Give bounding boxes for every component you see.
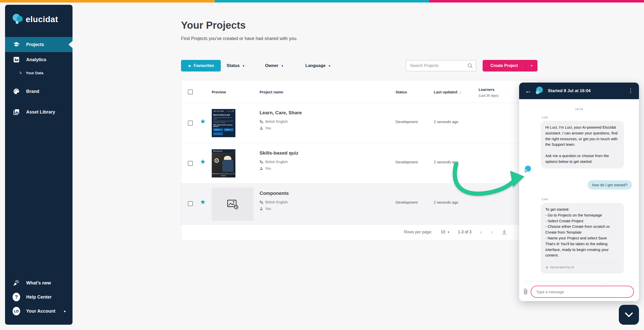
help-icon: ? bbox=[13, 293, 20, 301]
column-status: Status bbox=[396, 90, 407, 94]
chat-message-input[interactable] bbox=[531, 286, 634, 298]
project-name[interactable]: Skills-based quiz bbox=[260, 150, 298, 156]
gear-graphic: ⚙ bbox=[214, 157, 220, 165]
brand-stripe bbox=[0, 0, 644, 3]
analytics-icon bbox=[13, 57, 20, 63]
language-filter-dropdown[interactable]: Language ▾ bbox=[305, 60, 330, 71]
sidebar-item-label: Projects bbox=[26, 42, 44, 47]
create-project-button[interactable]: Create Project ▾ bbox=[483, 60, 538, 71]
column-preview: Preview bbox=[212, 90, 226, 94]
caret-down-icon: ▾ bbox=[243, 64, 244, 68]
row-checkbox[interactable] bbox=[188, 161, 193, 166]
sort-desc-icon: ↓ bbox=[459, 90, 461, 94]
project-language: British English bbox=[265, 200, 288, 204]
project-status: Development bbox=[396, 200, 418, 204]
favourite-star-icon[interactable]: ★ bbox=[200, 198, 206, 206]
rows-per-page-select[interactable]: 10 ▾ bbox=[441, 230, 449, 234]
column-learners: Learners (Last 30 days) bbox=[479, 87, 498, 98]
caret-down-icon: ▾ bbox=[448, 230, 449, 234]
projects-table: Preview Project name Status Last updated… bbox=[181, 80, 538, 241]
project-owner: You bbox=[265, 166, 271, 170]
sender-label: Luci bbox=[542, 197, 548, 201]
owner-icon bbox=[260, 126, 263, 130]
sidebar-item-analytics[interactable]: Analytics bbox=[5, 52, 73, 67]
project-preview-placeholder bbox=[212, 188, 254, 221]
logo-text: elucidat bbox=[26, 15, 58, 24]
sender-label: Luci bbox=[542, 115, 548, 119]
brand-palette-icon bbox=[13, 88, 20, 95]
paperclip-icon[interactable] bbox=[523, 288, 529, 295]
owner-filter-dropdown[interactable]: Owner ▾ bbox=[265, 60, 283, 71]
luci-chat-panel: ← Started 8 Jul at 16:04 ⋮ 16:04 Luci Hi… bbox=[519, 83, 639, 301]
sidebar-item-your-data[interactable]: ↳ Your Data bbox=[5, 67, 73, 78]
search-projects-input[interactable] bbox=[406, 63, 467, 68]
caret-down-icon: ▾ bbox=[281, 64, 283, 68]
pending-image-icon bbox=[226, 198, 239, 211]
sidebar-item-projects[interactable]: Projects bbox=[5, 37, 73, 52]
project-owner: You bbox=[265, 126, 271, 130]
favourite-star-icon[interactable]: ★ bbox=[200, 158, 206, 166]
column-project-name: Project name bbox=[260, 90, 283, 94]
kebab-menu-icon[interactable]: ⋮ bbox=[628, 88, 633, 94]
account-avatar: LD bbox=[13, 307, 20, 315]
select-all-checkbox[interactable] bbox=[188, 89, 193, 94]
table-pagination: Rows per page: 10 ▾ 1-3 of 3 ‹ › bbox=[181, 224, 537, 240]
sidebar-item-help-center[interactable]: ? Help Center bbox=[5, 290, 73, 304]
project-updated: 2 seconds ago bbox=[434, 120, 458, 124]
project-updated: 2 seconds ago bbox=[434, 160, 458, 164]
chat-time-divider: 16:04 bbox=[519, 107, 639, 111]
project-preview-thumbnail: Skills-based quiz▪ ⚙ Write the title of … bbox=[212, 149, 235, 177]
sidebar: elucidat Projects Analytics ↳ Your Data bbox=[5, 5, 73, 325]
page-title: Your Projects bbox=[181, 20, 246, 31]
previous-page-icon[interactable]: ‹ bbox=[480, 229, 482, 235]
sidebar-item-asset-library[interactable]: Asset Library bbox=[5, 104, 73, 120]
chevron-right-icon: ▸ bbox=[64, 309, 66, 313]
next-page-icon[interactable]: › bbox=[491, 229, 493, 235]
sidebar-item-label: Your Account bbox=[26, 309, 55, 314]
active-notch bbox=[68, 41, 73, 48]
search-icon[interactable] bbox=[467, 63, 473, 68]
download-icon[interactable] bbox=[502, 229, 507, 235]
sidebar-item-label: Brand bbox=[26, 89, 39, 94]
chat-title: Started 8 Jul at 16:04 bbox=[548, 88, 628, 93]
sidebar-item-label: Help Center bbox=[26, 295, 52, 300]
sidebar-item-label: Your Data bbox=[26, 71, 44, 75]
table-header-row: Preview Project name Status Last updated… bbox=[181, 80, 537, 103]
create-project-dropdown[interactable]: ▾ bbox=[526, 64, 538, 67]
caret-down-icon: ▾ bbox=[329, 64, 330, 68]
table-row[interactable]: ★ Skills-based quiz▪ ⚙ Write the title o… bbox=[181, 143, 537, 184]
owner-icon bbox=[260, 167, 263, 170]
table-row[interactable]: ★ Components British English You Develo bbox=[181, 184, 537, 225]
row-checkbox[interactable] bbox=[188, 201, 193, 206]
sidebar-item-your-account[interactable]: LD Your Account ▸ bbox=[5, 304, 73, 318]
chevron-down-icon bbox=[625, 312, 633, 318]
status-filter-dropdown[interactable]: Status ▾ bbox=[227, 60, 244, 71]
project-language: British English bbox=[265, 120, 288, 124]
chat-header: ← Started 8 Jul at 16:04 ⋮ bbox=[519, 83, 639, 99]
projects-icon bbox=[13, 41, 20, 48]
favourites-filter-button[interactable]: ★ Favourites bbox=[181, 60, 221, 71]
language-icon bbox=[260, 200, 263, 204]
project-status: Development bbox=[396, 120, 418, 124]
table-row[interactable]: ★ Learn, Care, Share Your score Now it's… bbox=[181, 103, 537, 143]
favourite-star-icon[interactable]: ★ bbox=[200, 118, 206, 125]
row-checkbox[interactable] bbox=[188, 121, 193, 126]
sidebar-item-whats-new[interactable]: What's new bbox=[5, 276, 73, 290]
sidebar-item-brand[interactable]: Brand bbox=[5, 84, 73, 99]
back-icon[interactable]: ← bbox=[525, 87, 536, 95]
project-name[interactable]: Learn, Care, Share bbox=[260, 110, 302, 116]
sidebar-item-label: Analytics bbox=[26, 57, 46, 62]
chat-toggle-button[interactable] bbox=[619, 305, 639, 325]
elucidat-logo-icon bbox=[13, 13, 24, 25]
star-icon: ★ bbox=[188, 63, 191, 68]
owner-icon bbox=[260, 207, 263, 210]
project-updated: 2 seconds ago bbox=[434, 200, 458, 204]
agent-message-bubble: To get started: - Go to Projects on the … bbox=[541, 203, 624, 274]
sub-arrow-icon: ↳ bbox=[19, 70, 22, 75]
project-status: Development bbox=[396, 160, 418, 164]
luci-avatar bbox=[536, 87, 544, 95]
project-language: British English bbox=[265, 160, 288, 164]
column-last-updated[interactable]: Last updated ↓ bbox=[434, 90, 461, 94]
project-name[interactable]: Components bbox=[260, 191, 289, 196]
chat-input-bar bbox=[519, 284, 639, 301]
